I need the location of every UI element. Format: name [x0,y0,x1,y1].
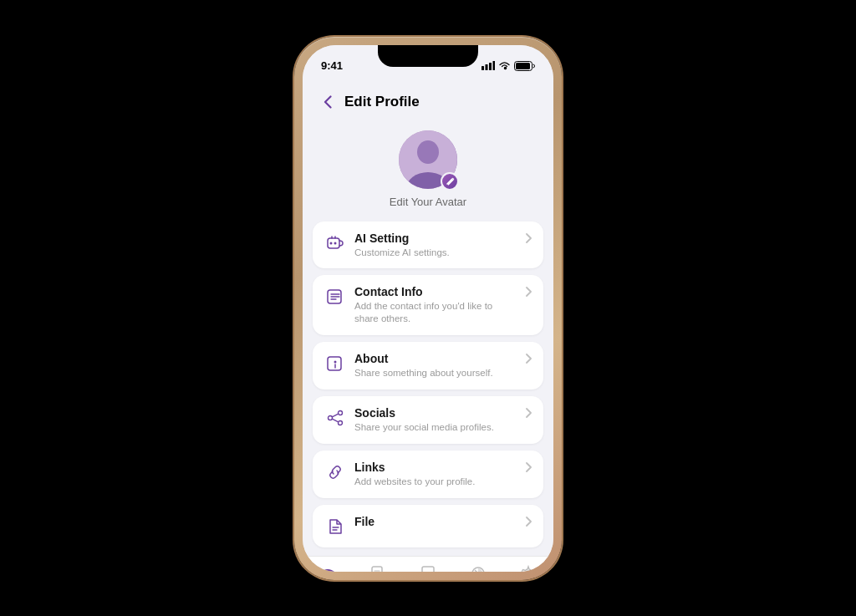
chevron-ai-setting [526,233,532,243]
svg-rect-1 [486,64,488,70]
menu-text-contact-info: Contact Info Add the contact info you'd … [354,285,517,325]
avatar-container[interactable] [399,130,457,189]
svg-rect-0 [482,66,484,70]
screen-content: Edit Profile [303,82,553,572]
analytics-nav-icon [468,563,488,571]
svg-rect-9 [328,238,339,248]
svg-rect-3 [493,61,496,70]
nav-item-setting[interactable]: Setting [503,563,553,571]
menu-text-file: File [354,515,517,530]
menu-text-about: About Share something about yourself. [354,352,517,379]
wifi-icon [498,61,511,70]
menu-subtitle-socials: Share your social media profiles. [354,421,517,434]
svg-rect-2 [489,63,492,70]
svg-point-11 [334,242,337,244]
chats-nav-icon [418,563,438,571]
chevron-contact-info [526,287,532,297]
setting-nav-icon [518,563,538,571]
profile-nav-icon [318,569,338,572]
contact-nav-icon [368,563,388,571]
menu-item-about[interactable]: About Share something about yourself. [313,342,543,389]
page-header: Edit Profile [303,82,553,120]
phone-screen: 9:41 [303,45,553,572]
svg-point-10 [330,242,333,244]
svg-rect-16 [328,357,341,370]
nav-item-analytics[interactable]: Analytics [453,563,503,571]
edit-icon [446,176,455,186]
phone-frame: 9:41 [294,37,562,580]
bottom-navigation: Contact Chats [303,556,553,571]
menu-item-ai-setting[interactable]: AI Setting Customize AI settings. [313,221,543,269]
nav-item-contact[interactable]: Contact [353,563,403,571]
contact-info-icon [324,286,346,308]
avatar-section: Edit Your Avatar [303,120,553,221]
svg-line-33 [475,570,478,571]
menu-title-file: File [354,515,517,528]
menu-title-ai-setting: AI Setting [354,232,517,245]
menu-title-socials: Socials [354,406,517,420]
links-icon [324,461,346,483]
menu-title-links: Links [354,461,517,474]
chevron-file [526,517,532,527]
back-button[interactable] [316,90,339,114]
nav-item-chats[interactable]: Chats [403,563,453,571]
svg-point-17 [334,361,337,364]
chevron-socials [526,408,532,418]
menu-text-ai-setting: AI Setting Customize AI settings. [354,232,517,259]
svg-rect-5 [516,63,530,69]
socials-icon [324,407,346,429]
chevron-links [526,462,532,472]
avatar-edit-badge[interactable] [441,172,459,191]
file-icon [324,516,346,537]
menu-text-socials: Socials Share your social media profiles… [354,406,517,434]
svg-line-23 [332,419,338,422]
ai-setting-icon [324,232,346,254]
menu-subtitle-about: Share something about yourself. [354,367,517,379]
battery-icon [514,61,535,71]
avatar-label: Edit Your Avatar [390,196,466,208]
status-time: 9:41 [321,59,343,72]
menu-item-links[interactable]: Links Add websites to your profile. [313,451,543,498]
menu-item-file[interactable]: File [313,505,543,547]
menu-subtitle-ai-setting: Customize AI settings. [354,247,517,259]
menu-title-contact-info: Contact Info [354,285,517,298]
svg-point-21 [339,421,343,425]
page-title: Edit Profile [344,94,420,110]
status-icons [482,61,535,71]
about-icon [324,353,346,374]
menu-subtitle-contact-info: Add the contact info you'd like to share… [354,300,517,325]
svg-point-19 [329,416,333,420]
chevron-about [526,354,532,364]
menu-list: AI Setting Customize AI settings. [303,221,553,548]
notch [378,45,478,67]
svg-line-22 [332,414,338,417]
nav-item-profile[interactable] [303,569,353,572]
signal-icon [482,61,495,70]
menu-item-socials[interactable]: Socials Share your social media profiles… [313,396,543,444]
svg-point-7 [417,140,439,164]
menu-text-links: Links Add websites to your profile. [354,461,517,488]
menu-subtitle-links: Add websites to your profile. [354,476,517,488]
menu-title-about: About [354,352,517,365]
svg-point-20 [339,411,343,415]
menu-item-contact-info[interactable]: Contact Info Add the contact info you'd … [313,275,543,335]
